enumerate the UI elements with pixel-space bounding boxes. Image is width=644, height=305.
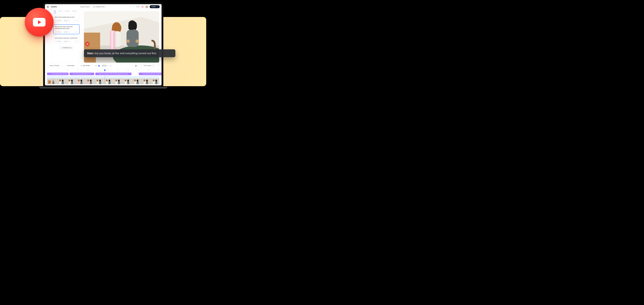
- collaborator-avatar[interactable]: SK: [141, 5, 144, 8]
- svg-point-54: [118, 79, 120, 81]
- menu-icon[interactable]: [47, 6, 49, 8]
- delete-icon[interactable]: 🗑: [76, 20, 78, 21]
- svg-rect-48: [106, 81, 108, 84]
- svg-point-39: [90, 79, 92, 81]
- svg-point-64: [137, 79, 138, 81]
- subtitle-card-selected[interactable]: Stan: but you know, at the end everythin…: [53, 24, 80, 34]
- zoom-out-button[interactable]: −: [140, 64, 143, 67]
- subtitle-list: Anna: Did it actually help you two? i00:…: [52, 13, 82, 51]
- subtitle-clip[interactable]: ⋮⋮Stan: but you know, at the end everyth…: [95, 73, 132, 75]
- skip-forward-icon[interactable]: ⏭: [110, 65, 111, 66]
- end-time[interactable]: 00:03.0i: [63, 31, 70, 33]
- audio-waveform[interactable]: [47, 76, 160, 78]
- svg-rect-20: [52, 82, 54, 84]
- delete-icon[interactable]: 🗑: [76, 31, 78, 33]
- end-time[interactable]: 00:03.0i: [63, 40, 70, 42]
- plus-icon: +: [66, 65, 67, 66]
- svg-rect-70: [146, 81, 148, 84]
- info-icon: i: [68, 31, 70, 33]
- svg-rect-45: [99, 81, 101, 84]
- tab-edit[interactable]: Edit: [54, 10, 56, 13]
- chevron-left-icon: ‹: [48, 65, 49, 66]
- svg-point-74: [156, 79, 157, 81]
- laptop-frame: Subtitle Project's Name Instagram Story …: [42, 2, 165, 91]
- svg-point-52: [116, 79, 117, 81]
- instagram-icon: [93, 6, 94, 7]
- svg-rect-11: [112, 30, 113, 50]
- chevron-down-icon: ▾: [106, 6, 106, 7]
- svg-rect-63: [134, 81, 136, 84]
- split-icon: [ ]: [81, 65, 82, 66]
- start-time[interactable]: i00:00.0: [55, 31, 62, 33]
- svg-rect-40: [90, 81, 92, 84]
- svg-point-59: [128, 79, 129, 81]
- svg-point-69: [146, 79, 148, 81]
- start-time[interactable]: i00:00.0: [55, 19, 62, 22]
- svg-rect-65: [137, 81, 139, 84]
- info-icon: i: [56, 41, 57, 42]
- user-avatar[interactable]: [146, 5, 148, 8]
- subtitle-card[interactable]: Anna: Did it actually help you two? i00:…: [53, 15, 80, 23]
- project-name[interactable]: Project's Name: [80, 6, 90, 7]
- char-count: 25: [74, 41, 76, 42]
- play-cluster: ⏮ ▶ 00:02:23 ⏭: [95, 64, 112, 67]
- subtitle-card[interactable]: Anna: Great to hear that. I worried sick…: [53, 36, 80, 44]
- youtube-play-icon: [33, 18, 46, 26]
- caption-speaker: Stan:: [87, 52, 94, 55]
- char-count: 25: [74, 20, 76, 21]
- fit-label[interactable]: Fit to Screen: [144, 65, 151, 66]
- svg-rect-50: [109, 81, 110, 84]
- add-new-line-button[interactable]: + Add New Line: [60, 46, 73, 49]
- video-thumbnails[interactable]: [47, 78, 160, 84]
- delete-icon[interactable]: 🗑: [76, 41, 78, 42]
- tab-translate[interactable]: Translate: [64, 10, 70, 13]
- tab-styles[interactable]: Styles: [58, 10, 62, 13]
- rail-label: Draw: [47, 34, 50, 35]
- svg-point-47: [106, 79, 108, 81]
- timeline[interactable]: 0 5 10 15 20 25 30 35 40 45 50 55 ⋮⋮...: [45, 68, 162, 85]
- back-to-timeline-button[interactable]: ‹ Back to Timeline: [47, 64, 61, 67]
- laptop-bezel: Subtitle Project's Name Instagram Story …: [43, 2, 163, 87]
- svg-rect-13: [126, 30, 139, 47]
- svg-point-27: [68, 79, 70, 81]
- svg-point-32: [78, 79, 80, 81]
- svg-text:H: H: [87, 43, 88, 45]
- svg-rect-35: [80, 81, 82, 84]
- subtitle-text[interactable]: Stan: but you know, at the end everythin…: [55, 26, 78, 30]
- zoom-in-button[interactable]: +: [152, 64, 154, 67]
- app-screen: Subtitle Project's Name Instagram Story …: [45, 4, 162, 85]
- fullscreen-icon[interactable]: ⛶: [158, 65, 160, 67]
- time-ruler[interactable]: 0 5 10 15 20 25 30 35 40 45 50 55: [47, 69, 160, 72]
- svg-point-57: [125, 79, 126, 81]
- skip-back-icon[interactable]: ⏮: [95, 65, 96, 66]
- svg-point-29: [71, 79, 73, 81]
- page-title: Subtitle: [51, 6, 57, 8]
- redo-button[interactable]: ↷: [133, 6, 135, 8]
- end-time[interactable]: 00:03.0i: [63, 19, 70, 22]
- share-label: Share: [136, 6, 140, 7]
- svg-point-72: [153, 79, 154, 81]
- subtitle-clip[interactable]: ⋮⋮Anna: Did it actually help you two?⋮⋮: [70, 73, 94, 75]
- clip-gap: [132, 73, 138, 75]
- tab-options[interactable]: Options: [72, 10, 76, 13]
- svg-point-44: [99, 79, 101, 81]
- publish-button[interactable]: Publish ⇧: [150, 5, 160, 8]
- format-selector[interactable]: Instagram Story ▾: [92, 5, 107, 8]
- play-button[interactable]: ▶: [98, 64, 100, 67]
- svg-point-49: [109, 79, 110, 81]
- svg-rect-33: [78, 81, 80, 84]
- add-subtitle-button[interactable]: + Add Subtitle: [64, 64, 76, 67]
- volume-icon[interactable]: 🔊: [135, 65, 137, 67]
- start-time[interactable]: i00:00.0: [55, 40, 62, 42]
- playhead[interactable]: [104, 69, 106, 71]
- undo-button[interactable]: ↶: [130, 6, 132, 8]
- subtitle-text[interactable]: Anna: Did it actually help you two?: [55, 16, 78, 18]
- split-subtitle-button[interactable]: [ ] Split Subtitle: [80, 64, 91, 67]
- subtitle-clip[interactable]: ⋮⋮Anna: Great to hear that. I worried si…: [139, 73, 162, 75]
- subtitle-clip[interactable]: ⋮⋮... So we talked about it all night.: [47, 73, 68, 75]
- svg-rect-43: [97, 81, 98, 84]
- subtitle-text[interactable]: Anna: Great to hear that. I worried sick…: [55, 37, 78, 39]
- svg-rect-38: [87, 81, 89, 84]
- subtitle-track[interactable]: ⋮⋮... So we talked about it all night. ⋮…: [47, 72, 160, 76]
- svg-rect-58: [125, 81, 127, 84]
